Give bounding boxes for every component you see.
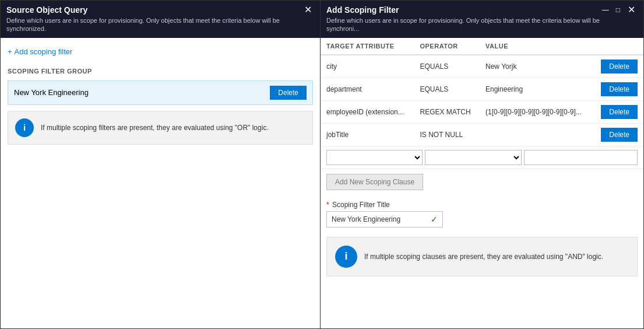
maximize-button[interactable]: □ (614, 6, 622, 14)
right-panel-header: Add Scoping Filter Define which users ar… (321, 1, 643, 38)
new-row-inputs (321, 146, 643, 169)
right-panel-body: TARGET ATTRIBUTE OPERATOR VALUE city EQU… (321, 38, 643, 328)
filter-title-input-wrapper: New York Engineering ✓ (326, 211, 443, 228)
info-icon: i (15, 118, 34, 137)
filter-group-delete-button[interactable]: Delete (270, 86, 307, 100)
scoping-filter-group-label: SCOPING FILTER GROUP (8, 68, 313, 75)
left-panel-title: Source Object Query (6, 5, 302, 15)
filter-group-item: New York Engineering Delete (8, 80, 313, 105)
row-attribute: city (321, 55, 414, 78)
info-icon-large: i (335, 246, 357, 268)
add-scoping-filter-panel: Add Scoping Filter Define which users ar… (321, 0, 644, 329)
row-delete-button[interactable]: Delete (601, 82, 638, 96)
col-header-actions (593, 38, 643, 55)
table-row: jobTitle IS NOT NULL Delete (321, 123, 643, 146)
filter-title-label: * Scoping Filter Title (326, 201, 638, 209)
required-star: * (326, 201, 329, 209)
add-filter-label: Add scoping filter (15, 47, 73, 56)
row-operator: EQUALS (414, 78, 480, 100)
row-attribute: department (321, 78, 414, 100)
row-delete-cell: Delete (593, 123, 643, 146)
row-delete-cell: Delete (593, 78, 643, 100)
attribute-table: TARGET ATTRIBUTE OPERATOR VALUE city EQU… (321, 38, 643, 146)
filter-title-value: New York Engineering (332, 215, 431, 223)
left-info-box: i If multiple scoping filters are presen… (8, 111, 313, 145)
row-delete-cell: Delete (593, 55, 643, 78)
row-attribute: jobTitle (321, 123, 414, 146)
left-panel-close-button[interactable]: ✕ (302, 5, 314, 15)
left-panel-body: + Add scoping filter SCOPING FILTER GROU… (1, 38, 320, 328)
right-panel-title: Add Scoping Filter (326, 5, 600, 15)
add-scoping-filter-button[interactable]: + Add scoping filter (8, 45, 72, 58)
row-value: New Yorjk (480, 55, 593, 78)
attribute-select[interactable] (326, 150, 423, 165)
row-operator: IS NOT NULL (414, 123, 480, 146)
check-icon: ✓ (431, 215, 438, 224)
table-row: department EQUALS Engineering Delete (321, 78, 643, 100)
col-header-target-attribute: TARGET ATTRIBUTE (321, 38, 414, 55)
row-delete-button[interactable]: Delete (601, 105, 638, 119)
left-panel-header: Source Object Query Define which users a… (1, 1, 320, 38)
filter-group-name: New York Engineering (14, 88, 89, 97)
col-header-value: VALUE (480, 38, 593, 55)
row-delete-button[interactable]: Delete (601, 128, 638, 142)
source-object-query-panel: Source Object Query Define which users a… (0, 0, 321, 329)
right-info-text: If multiple scoping clauses are present,… (364, 253, 603, 261)
right-info-box: i If multiple scoping clauses are presen… (326, 237, 638, 276)
right-panel-subtitle: Define which users are in scope for prov… (326, 16, 600, 33)
col-header-operator: OPERATOR (414, 38, 480, 55)
row-operator: EQUALS (414, 55, 480, 78)
row-attribute: employeeID (extension... (321, 100, 414, 123)
row-delete-cell: Delete (593, 100, 643, 123)
minimize-button[interactable]: — (600, 6, 611, 14)
value-input[interactable] (524, 150, 638, 165)
table-row: city EQUALS New Yorjk Delete (321, 55, 643, 78)
table-row: employeeID (extension... REGEX MATCH (1[… (321, 100, 643, 123)
left-info-text: If multiple scoping filters are present,… (41, 124, 269, 132)
plus-icon: + (8, 47, 12, 56)
right-panel-close-button[interactable]: ✕ (625, 5, 638, 15)
row-value: (1[0-9][0-9][0-9][0-9][0-9][0-9]... (480, 100, 593, 123)
add-clause-area: Add New Scoping Clause (321, 169, 643, 195)
operator-select[interactable] (425, 150, 521, 165)
row-value (480, 123, 593, 146)
row-value: Engineering (480, 78, 593, 100)
left-panel-subtitle: Define which users are in scope for prov… (6, 16, 302, 33)
row-operator: REGEX MATCH (414, 100, 480, 123)
row-delete-button[interactable]: Delete (601, 60, 638, 74)
add-new-scoping-clause-button[interactable]: Add New Scoping Clause (326, 174, 423, 190)
filter-title-section: * Scoping Filter Title New York Engineer… (321, 195, 643, 231)
